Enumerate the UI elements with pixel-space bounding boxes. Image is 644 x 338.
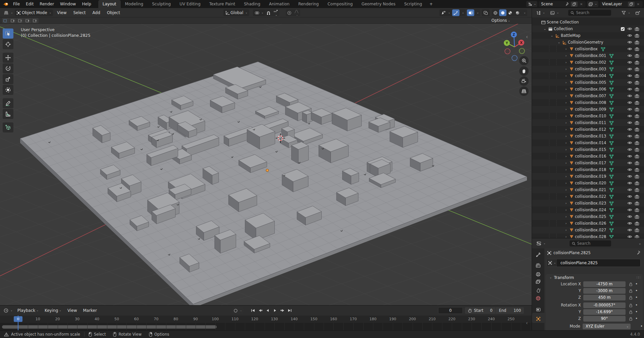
mesh-data-icon[interactable] [609,87,614,92]
camera-icon[interactable] [635,94,639,98]
lock-open-icon[interactable] [629,289,633,293]
shading-wireframe-button[interactable] [492,9,499,16]
jump-start-button[interactable] [250,307,256,314]
camera-icon[interactable] [635,40,639,45]
outliner-row-object[interactable]: › collisionBox.012 [532,126,644,133]
animate-dot-button[interactable]: • [635,295,638,300]
camera-icon[interactable] [635,235,639,238]
eye-icon[interactable] [627,27,632,31]
eye-icon[interactable] [627,127,632,131]
play-button[interactable] [272,307,278,314]
camera-icon[interactable] [635,208,639,212]
proportional-edit-toggle[interactable] [286,9,293,16]
next-keyframe-button[interactable] [279,307,285,314]
pin-icon[interactable] [566,2,569,6]
eye-icon[interactable] [627,174,632,178]
workspace-tab-geometry-nodes[interactable]: Geometry Nodes [357,0,400,8]
expand-arrow-icon[interactable]: › [564,155,569,158]
camera-icon[interactable] [635,107,639,112]
outliner-row-object[interactable]: › collisionBox.019 [532,173,644,180]
view-layer-name-field[interactable]: ViewLayer ✕ [600,1,643,7]
viewport-menu-view[interactable]: View [54,8,70,17]
mesh-data-icon[interactable] [609,67,614,71]
outliner-row-object[interactable]: › collisionBox.011 [532,119,644,126]
outliner-row-object[interactable]: › collisionBox.004 [532,72,644,79]
eye-icon[interactable] [627,154,632,158]
timeline-menu-marker[interactable]: Marker [80,308,100,313]
shading-rendered-button[interactable] [514,9,521,16]
y-field[interactable]: -16.699° [583,309,626,315]
camera-icon[interactable] [635,114,639,118]
eye-icon[interactable] [627,107,632,111]
camera-icon[interactable] [635,194,639,199]
workspace-tab-layout[interactable]: Layout [98,0,121,8]
eye-icon[interactable] [627,201,632,205]
outliner-display-mode[interactable]: ⌄ [534,9,547,16]
menu-edit[interactable]: Edit [23,0,37,8]
outliner-row-object[interactable]: › collisionBox.001 [532,52,644,59]
expand-arrow-icon[interactable]: › [564,222,569,225]
new-scene-button[interactable] [571,2,578,7]
expand-arrow-icon[interactable]: › [564,141,569,145]
expand-arrow-icon[interactable]: › [564,215,569,218]
expand-arrow-icon[interactable]: › [564,228,569,232]
workspace-tab-shading[interactable]: Shading [239,0,265,8]
mode-selector[interactable]: Object Mode ⌄ [15,9,53,16]
panel-drag-grip[interactable]: ∷∷ [636,276,640,279]
eye-icon[interactable] [627,188,632,192]
camera-icon[interactable] [635,121,639,125]
animate-dot-button[interactable]: • [635,303,638,307]
select-mode-extend[interactable] [9,18,16,23]
expand-arrow-icon[interactable]: › [564,94,569,98]
tool-scale[interactable] [3,74,13,84]
tool-cursor[interactable] [3,39,13,49]
outliner-row-object[interactable]: › collisionBox.027 [532,227,644,233]
transform-orientation-selector[interactable]: Global ⌄ [223,9,249,16]
object-id-dropdown[interactable]: ⌄ [547,259,557,267]
mesh-data-icon[interactable] [609,54,614,58]
select-mode-set[interactable] [2,18,9,23]
scene-render[interactable] [0,24,532,305]
eye-icon[interactable] [627,194,632,199]
expand-arrow-icon[interactable]: ⌄ [549,34,554,37]
menu-help[interactable]: Help [79,0,94,8]
scene-browse-button[interactable]: ⌄ [526,1,538,7]
timeline-ruler[interactable]: 0102030405060708090100110120130140150160… [0,316,532,323]
outliner-row-object[interactable]: › collisionBox.023 [532,200,644,207]
shading-solid-button[interactable] [499,9,506,16]
properties-tab-object[interactable] [532,315,544,323]
camera-icon[interactable] [635,27,639,31]
camera-icon[interactable] [635,228,639,232]
select-mode-intersect[interactable] [32,18,39,23]
select-mode-invert[interactable] [24,18,31,23]
mesh-data-icon[interactable] [609,228,614,232]
outliner-row-collection[interactable]: ⌄ Collection [532,25,644,32]
camera-icon[interactable] [635,60,639,65]
camera-icon[interactable] [635,47,639,51]
object-name-field[interactable]: ⌄ collisionPlane.2825 [546,259,641,267]
region-collapse-icon[interactable]: ‹ [526,34,528,40]
mesh-data-icon[interactable] [609,141,614,145]
camera-icon[interactable] [635,141,639,145]
tool-annotate[interactable] [3,98,13,108]
outliner-row-object[interactable]: › collisionBox.009 [532,106,644,113]
workspace-tab-rendering[interactable]: Rendering [294,0,323,8]
gizmo-settings-dropdown[interactable]: ⌄ [460,9,466,16]
remove-view-layer-button[interactable]: ✕ [636,2,640,6]
mesh-data-icon[interactable] [609,215,614,219]
workspace-tab-uv-editing[interactable]: UV Editing [175,0,205,8]
outliner-row-object[interactable]: › collisionBox.013 [532,133,644,139]
camera-icon[interactable] [635,134,639,138]
mesh-data-icon[interactable] [609,201,614,206]
animate-dot-button[interactable]: • [635,288,638,293]
viewport-menu-select[interactable]: Select [70,8,89,17]
camera-icon[interactable] [635,221,639,226]
eye-icon[interactable] [627,60,632,64]
animate-dot-button[interactable]: • [635,282,638,286]
expand-arrow-icon[interactable]: › [564,188,569,191]
outliner-row-object[interactable]: › collisionBox.015 [532,146,644,153]
z-field[interactable]: 90° [583,316,626,322]
checkbox-checked-icon[interactable] [621,27,625,31]
outliner-row-object[interactable]: › collisionBox.003 [532,66,644,72]
expand-arrow-icon[interactable]: ⌄ [556,41,561,44]
